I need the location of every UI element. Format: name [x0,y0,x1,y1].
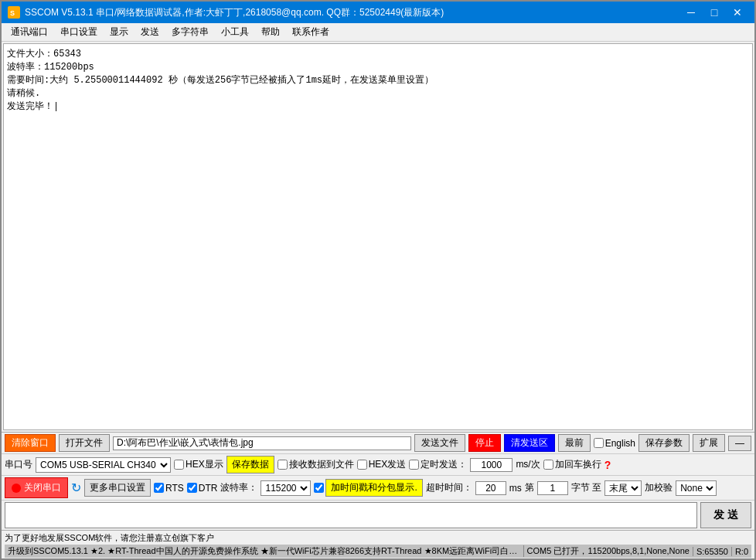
maximize-button[interactable]: □ [703,5,725,20]
rts-checkbox[interactable] [154,483,164,493]
timed-send-label[interactable]: 定时发送： [409,458,467,471]
timed-interval-input[interactable] [470,458,513,472]
minimize-button[interactable]: ─ [680,5,702,20]
close-port-text: 关闭串口 [24,481,61,494]
last-button[interactable]: 最前 [558,434,591,452]
more-settings-button[interactable]: 更多串口设置 [84,479,151,497]
status-bar-row2: 升级到SSCOM5.13.1 ★2. ★RT-Thread中国人的开源免费操作系… [5,545,751,558]
carriage-return-text: 加回车换行 [555,458,601,471]
rts-dtr-area: RTS DTR [154,483,217,494]
baud-select[interactable]: 115200 [261,480,311,496]
stop-button[interactable]: 停止 [468,434,501,452]
recv-file-checkbox[interactable] [278,460,288,470]
recv-file-text: 接收数据到文件 [289,458,354,471]
send-text-area[interactable] [5,502,697,528]
baud-label: 波特率： [220,481,257,494]
english-checkbox-label[interactable]: English [594,438,635,449]
menu-help[interactable]: 帮助 [255,24,286,40]
save-param-button[interactable]: 保存参数 [639,434,690,452]
end-select[interactable]: 末尾 [604,480,642,496]
save-data-button[interactable]: 保存数据 [226,456,274,473]
toolbar-row1: 清除窗口 打开文件 发送文件 停止 清发送区 最前 English 保存参数 扩… [2,433,754,454]
open-file-button[interactable]: 打开文件 [59,434,110,452]
menu-display[interactable]: 显示 [104,24,135,40]
recv-count: R:0 [731,547,748,556]
byte-unit: 字节 至 [571,481,601,494]
toolbar-row2: 串口号 COM5 USB-SERIAL CH340 HEX显示 保存数据 接收数… [2,454,754,476]
output-area[interactable]: 文件大小：65343 波特率：115200bps 需要时间:大约 5.25500… [3,43,753,430]
timeout-input[interactable] [475,481,506,495]
carriage-return-checkbox[interactable] [543,460,553,470]
checksum-select[interactable]: None [676,480,717,496]
dtr-label[interactable]: DTR [187,483,218,494]
hex-display-label[interactable]: HEX显示 [174,458,223,471]
menu-multi-string[interactable]: 多字符串 [165,24,215,40]
refresh-icon[interactable]: ↻ [71,480,81,495]
app-icon: S [8,6,20,19]
toolbar-row4: 发 送 [2,501,754,530]
timestamp-label[interactable]: 加时间戳和分包显示. [314,479,422,497]
menu-contact[interactable]: 联系作者 [286,24,335,40]
clear-window-button[interactable]: 清除窗口 [5,434,56,452]
byte-label: 第 [525,481,534,494]
main-content: 文件大小：65343 波特率：115200bps 需要时间:大约 5.25500… [2,42,754,530]
send-count: S:65350 [693,547,728,556]
hex-send-label[interactable]: HEX发送 [357,458,407,471]
port-label: 串口号 [5,458,32,471]
send-button[interactable]: 发 送 [700,502,751,528]
port-status-indicator [12,484,21,493]
hex-display-text: HEX显示 [186,458,223,471]
rts-text: RTS [165,483,184,494]
byte-num-input[interactable] [537,481,568,495]
send-file-button[interactable]: 发送文件 [414,434,465,452]
hex-send-checkbox[interactable] [357,460,367,470]
port-select[interactable]: COM5 USB-SERIAL CH340 [36,457,171,473]
upgrade-text: 升级到SSCOM5.13.1 ★2. ★RT-Thread中国人的开源免费操作系… [8,545,520,557]
menu-tools[interactable]: 小工具 [215,24,255,40]
clear-send-zone-button[interactable]: 清发送区 [504,434,555,452]
timeout-unit: ms [509,483,522,494]
hex-display-checkbox[interactable] [174,460,184,470]
question-mark-icon: ? [604,459,611,471]
menu-send[interactable]: 发送 [135,24,165,40]
hex-send-text: HEX发送 [369,458,407,471]
dtr-checkbox[interactable] [187,483,197,493]
app-window: S SSCOM V5.13.1 串口/网络数据调试器,作者:大虾丁丁,26180… [0,0,756,560]
menu-communications[interactable]: 通讯端口 [5,24,54,40]
status-bar-info: 为了更好地发展SSCOM软件，请您注册嘉立创旗下客户 [5,531,751,545]
dtr-text: DTR [199,483,218,494]
title-text: SSCOM V5.13.1 串口/网络数据调试器,作者:大虾丁丁,2618058… [25,6,680,19]
menu-bar: 通讯端口 串口设置 显示 发送 多字符串 小工具 帮助 联系作者 [2,23,754,42]
rts-label[interactable]: RTS [154,483,184,494]
carriage-return-label[interactable]: 加回车换行 [543,458,601,471]
timed-send-text: 定时发送： [421,458,467,471]
title-bar: S SSCOM V5.13.1 串口/网络数据调试器,作者:大虾丁丁,26180… [2,2,754,23]
timestamp-checkbox[interactable] [314,483,324,493]
bottom-toolbar: 清除窗口 打开文件 发送文件 停止 清发送区 最前 English 保存参数 扩… [2,432,754,530]
file-path-input[interactable] [113,436,411,450]
collapse-button[interactable]: — [728,436,751,451]
window-controls: ─ □ ✕ [680,5,748,20]
timed-unit: ms/次 [516,458,540,471]
port-info: COM5 已打开，115200bps,8,1,None,None [523,545,690,557]
expand-button[interactable]: 扩展 [693,434,725,452]
menu-serial-settings[interactable]: 串口设置 [54,24,104,40]
timeout-label: 超时时间： [426,481,472,494]
status-bar: 为了更好地发展SSCOM软件，请您注册嘉立创旗下客户 升级到SSCOM5.13.… [2,530,754,558]
timestamp-text: 加时间戳和分包显示. [325,479,422,497]
english-checkbox[interactable] [594,438,604,448]
timed-send-checkbox[interactable] [409,460,419,470]
close-button[interactable]: ✕ [727,5,748,20]
svg-text:S: S [10,9,15,17]
checksum-label: 加校验 [645,481,673,494]
toolbar-row3: 关闭串口 ↻ 更多串口设置 RTS DTR 波特率： 115200 [2,476,754,501]
recv-file-label[interactable]: 接收数据到文件 [278,458,354,471]
english-label: English [605,438,635,449]
close-port-button[interactable]: 关闭串口 [5,477,68,498]
